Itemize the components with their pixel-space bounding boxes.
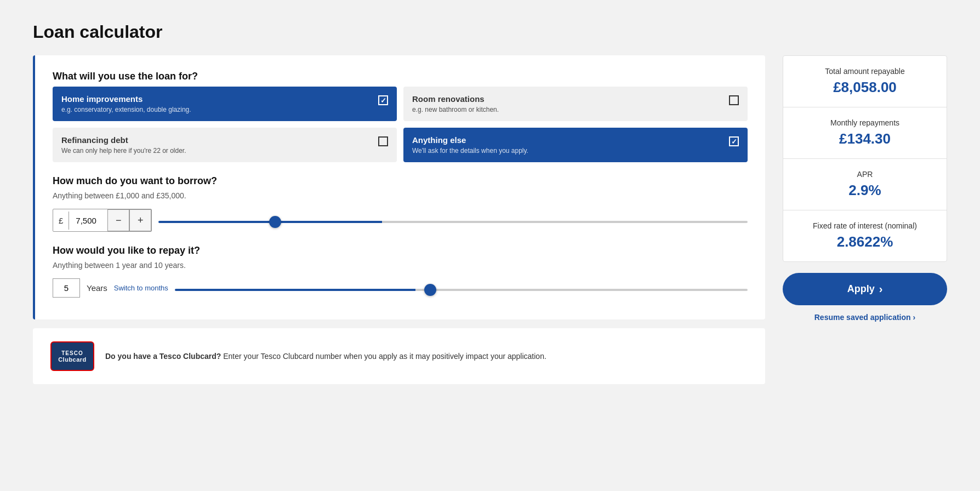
currency-symbol: £ [53,212,69,230]
summary-label-2: APR [796,170,933,179]
amount-box: £ 7,500 − + [53,209,152,232]
apply-section: Apply › Resume saved application › [783,273,947,322]
repay-hint: Anything between 1 year and 10 years. [53,261,748,270]
borrow-amount: 7,500 [69,212,107,230]
summary-value-1: £134.30 [796,130,933,147]
summary-label-0: Total amount repayable [796,67,933,76]
repay-slider-container [175,283,748,293]
loan-purpose-card: What will you use the loan for? Home imp… [33,55,765,319]
apply-button[interactable]: Apply › [783,273,947,305]
summary-item-3: Fixed rate of interest (nominal) 2.8622% [783,210,947,261]
repay-section: How would you like to repay it? Anything… [53,245,748,298]
page-title: Loan calculator [33,22,947,42]
loan-option-home-improvements[interactable]: Home improvements e.g. conservatory, ext… [53,87,397,121]
summary-value-0: £8,058.00 [796,79,933,96]
switch-to-months-link[interactable]: Switch to months [114,284,168,292]
summary-item-1: Monthly repayments £134.30 [783,107,947,159]
left-column: What will you use the loan for? Home imp… [33,55,765,384]
resume-label: Resume saved application [814,313,911,322]
repay-input-row: 5 Years Switch to months [53,278,748,298]
right-column: Total amount repayable £8,058.00 Monthly… [783,55,947,322]
borrow-slider[interactable] [158,221,748,223]
borrow-question: How much do you want to borrow? [53,175,748,187]
summary-item-2: APR 2.9% [783,159,947,210]
increment-button[interactable]: + [129,209,151,231]
clubcard-logo-text: Clubcard [58,356,87,363]
summary-box: Total amount repayable £8,058.00 Monthly… [783,55,947,262]
summary-item-0: Total amount repayable £8,058.00 [783,56,947,107]
clubcard-description-bold: Do you have a Tesco Clubcard? [105,352,221,361]
clubcard-logo-tesco: TESCO [61,350,83,356]
clubcard-card: TESCO Clubcard Do you have a Tesco Clubc… [33,328,765,384]
borrow-section: How much do you want to borrow? Anything… [53,175,748,232]
loan-option-refinancing-debt[interactable]: Refinancing debt We can only help here i… [53,128,397,162]
repay-slider[interactable] [175,289,748,291]
option-checkbox-anything-else [729,136,739,146]
clubcard-logo: TESCO Clubcard [50,341,94,371]
loan-option-room-renovations[interactable]: Room renovations e.g. new bathroom or ki… [403,87,748,121]
apply-label: Apply [847,283,875,295]
borrow-hint: Anything between £1,000 and £35,000. [53,191,748,200]
clubcard-description-text: Enter your Tesco Clubcard number when yo… [221,352,546,361]
option-checkbox-room-renovations [729,95,739,105]
summary-value-3: 2.8622% [796,233,933,250]
years-label: Years [87,283,107,293]
borrow-slider-container [158,215,748,225]
resume-application-link[interactable]: Resume saved application › [814,313,916,322]
repay-question: How would you like to repay it? [53,245,748,256]
clubcard-description: Do you have a Tesco Clubcard? Enter your… [105,351,546,362]
years-value: 5 [53,278,80,298]
loan-options-grid: Home improvements e.g. conservatory, ext… [53,87,748,162]
summary-value-2: 2.9% [796,182,933,199]
apply-chevron-icon: › [879,283,883,295]
option-checkbox-refinancing-debt [378,136,388,146]
loan-option-anything-else[interactable]: Anything else We'll ask for the details … [403,128,748,162]
amount-input-row: £ 7,500 − + [53,209,748,232]
option-checkbox-home-improvements [378,95,388,105]
summary-label-3: Fixed rate of interest (nominal) [796,221,933,230]
loan-purpose-question: What will you use the loan for? [53,71,748,82]
summary-label-1: Monthly repayments [796,118,933,127]
resume-chevron-icon: › [913,313,916,322]
decrement-button[interactable]: − [107,209,129,231]
